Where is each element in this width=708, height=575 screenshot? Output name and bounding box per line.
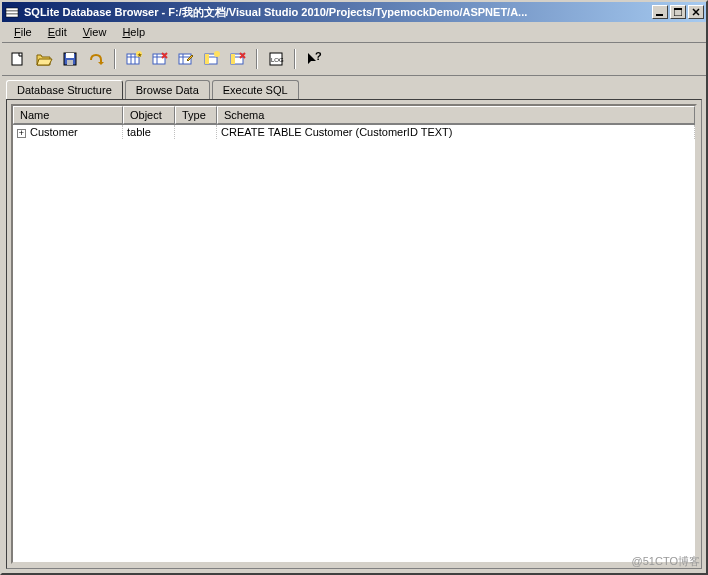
svg-point-25 — [214, 51, 220, 57]
delete-index-button[interactable] — [226, 47, 250, 71]
tab-bar: Database Structure Browse Data Execute S… — [2, 76, 706, 99]
maximize-button[interactable] — [670, 5, 686, 19]
save-button[interactable] — [58, 47, 82, 71]
header-type[interactable]: Type — [175, 106, 217, 124]
app-icon — [4, 4, 20, 20]
header-name[interactable]: Name — [13, 106, 123, 124]
close-button[interactable] — [688, 5, 704, 19]
toolbar-separator — [114, 49, 116, 69]
menu-file[interactable]: File — [6, 24, 40, 40]
svg-rect-24 — [205, 54, 209, 64]
open-database-button[interactable] — [32, 47, 56, 71]
row-name-text: Customer — [30, 126, 78, 138]
delete-table-button[interactable] — [148, 47, 172, 71]
header-object[interactable]: Object — [123, 106, 175, 124]
table-row[interactable]: +Customer table CREATE TABLE Customer (C… — [13, 125, 695, 139]
svg-text:★: ★ — [137, 52, 142, 58]
cell-type — [175, 125, 217, 139]
expand-icon[interactable]: + — [17, 129, 26, 138]
window-title: SQLite Database Browser - F:/我的文档/Visual… — [24, 5, 652, 20]
toolbar-separator — [294, 49, 296, 69]
grid-header: Name Object Type Schema — [13, 106, 695, 125]
header-schema[interactable]: Schema — [217, 106, 695, 124]
cell-schema: CREATE TABLE Customer (CustomerID TEXT) — [217, 125, 695, 139]
svg-rect-28 — [231, 54, 235, 64]
menubar: File Edit View Help — [2, 22, 706, 43]
toolbar: ★ LOG ? — [2, 43, 706, 76]
svg-rect-2 — [6, 14, 18, 17]
svg-rect-9 — [67, 60, 73, 65]
menu-view[interactable]: View — [75, 24, 115, 40]
cell-name: +Customer — [13, 125, 123, 139]
menu-help[interactable]: Help — [114, 24, 153, 40]
svg-text:?: ? — [315, 50, 322, 62]
whats-this-button[interactable]: ? — [302, 47, 326, 71]
sql-log-button[interactable]: LOG — [264, 47, 288, 71]
create-table-button[interactable]: ★ — [122, 47, 146, 71]
svg-rect-6 — [12, 53, 22, 65]
tab-execute-sql[interactable]: Execute SQL — [212, 80, 299, 99]
svg-rect-8 — [66, 53, 74, 58]
toolbar-separator — [256, 49, 258, 69]
svg-rect-0 — [6, 8, 18, 11]
revert-button[interactable] — [84, 47, 108, 71]
create-index-button[interactable] — [200, 47, 224, 71]
modify-table-button[interactable] — [174, 47, 198, 71]
app-window: SQLite Database Browser - F:/我的文档/Visual… — [0, 0, 708, 575]
svg-rect-1 — [6, 11, 18, 14]
svg-text:LOG: LOG — [271, 57, 284, 63]
menu-edit[interactable]: Edit — [40, 24, 75, 40]
cell-object: table — [123, 125, 175, 139]
svg-rect-3 — [656, 14, 663, 16]
content-area: Name Object Type Schema +Customer table … — [6, 99, 702, 569]
svg-rect-5 — [674, 8, 682, 10]
new-database-button[interactable] — [6, 47, 30, 71]
tab-browse-data[interactable]: Browse Data — [125, 80, 210, 99]
minimize-button[interactable] — [652, 5, 668, 19]
window-controls — [652, 5, 704, 19]
titlebar[interactable]: SQLite Database Browser - F:/我的文档/Visual… — [2, 2, 706, 22]
tab-database-structure[interactable]: Database Structure — [6, 80, 123, 99]
structure-grid: Name Object Type Schema +Customer table … — [11, 104, 697, 564]
